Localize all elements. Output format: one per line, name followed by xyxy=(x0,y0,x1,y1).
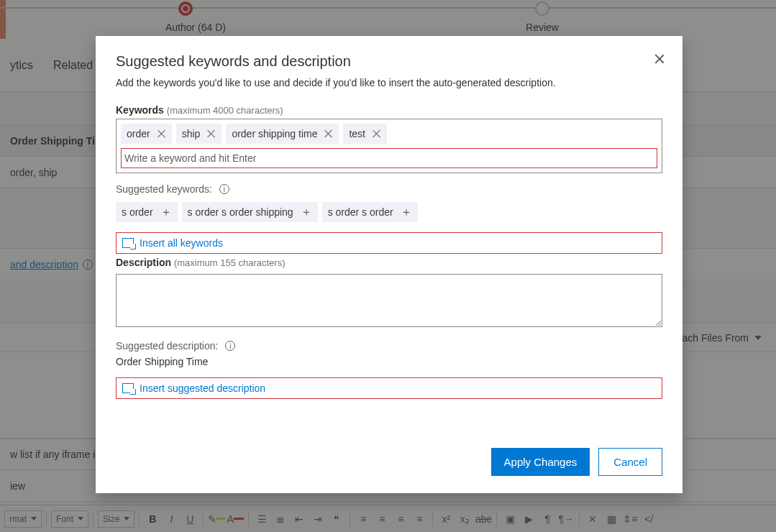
insert-icon xyxy=(122,238,134,248)
keyword-chip: order xyxy=(121,124,172,144)
insert-suggested-description-button[interactable]: Insert suggested description xyxy=(116,377,662,399)
chip-label: order xyxy=(127,128,150,139)
chip-label: ship xyxy=(182,128,201,139)
suggested-keywords-list: s order ＋ s order s order shipping ＋ s o… xyxy=(116,202,662,222)
cancel-button[interactable]: Cancel xyxy=(598,448,662,476)
description-textarea[interactable] xyxy=(116,274,662,327)
remove-chip-icon[interactable] xyxy=(373,129,381,138)
keywords-section-label: Keywords (maximum 4000 characters) xyxy=(116,104,662,116)
suggested-description-text: Order Shipping Time xyxy=(116,356,662,367)
remove-chip-icon[interactable] xyxy=(324,129,333,138)
suggested-keywords-label: Suggested keywords: i xyxy=(116,183,662,195)
keyword-chip: test xyxy=(343,124,387,144)
chip-label: s order s order shipping xyxy=(188,206,293,218)
info-icon[interactable]: i xyxy=(225,341,235,351)
suggested-chip[interactable]: s order s order shipping ＋ xyxy=(182,202,318,222)
keyword-chip: order shipping time xyxy=(226,124,339,144)
add-chip-icon[interactable]: ＋ xyxy=(301,208,312,216)
keywords-input-box[interactable]: order ship order shipping time test xyxy=(116,119,662,173)
description-section-label: Description (maximum 155 characters) xyxy=(116,257,662,268)
info-icon[interactable]: i xyxy=(219,184,229,194)
remove-chip-icon[interactable] xyxy=(158,129,166,138)
keyword-input[interactable] xyxy=(122,149,657,168)
chip-label: s order s order xyxy=(328,206,393,218)
insert-all-keywords-button[interactable]: Insert all keywords xyxy=(116,232,662,254)
add-chip-icon[interactable]: ＋ xyxy=(160,208,172,216)
suggested-chip[interactable]: s order s order ＋ xyxy=(322,202,418,222)
keyword-chip: ship xyxy=(176,124,222,144)
modal-subtitle: Add the keywords you'd like to use and d… xyxy=(116,77,662,88)
add-chip-icon[interactable]: ＋ xyxy=(401,208,412,216)
chip-label: order shipping time xyxy=(232,128,317,139)
suggested-keywords-modal: Suggested keywords and description Add t… xyxy=(96,36,683,493)
close-icon[interactable] xyxy=(652,52,667,66)
apply-changes-button[interactable]: Apply Changes xyxy=(491,448,590,476)
modal-title: Suggested keywords and description xyxy=(116,53,662,70)
modal-footer: Apply Changes Cancel xyxy=(116,448,662,476)
chip-label: test xyxy=(349,128,365,139)
remove-chip-icon[interactable] xyxy=(207,129,216,138)
suggested-description-label: Suggested description: i xyxy=(116,340,662,352)
keyword-input-highlight xyxy=(121,148,657,168)
chip-label: s order xyxy=(122,206,153,218)
insert-icon xyxy=(122,383,134,393)
suggested-chip[interactable]: s order ＋ xyxy=(116,202,178,222)
